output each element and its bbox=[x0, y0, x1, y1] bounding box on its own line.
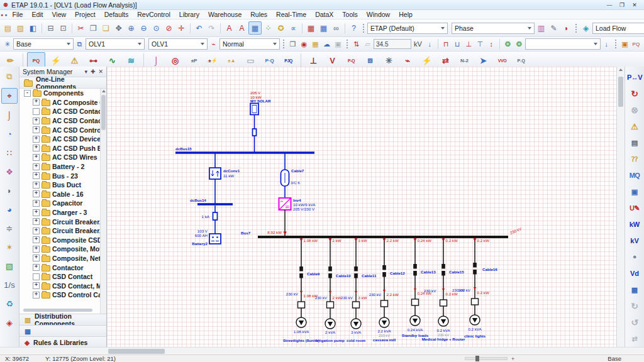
menu-project[interactable]: Project bbox=[70, 11, 100, 18]
tree-item[interactable]: +AC CSD Push But bbox=[19, 144, 106, 153]
grid-toggle-icon[interactable]: ▦ bbox=[248, 21, 262, 35]
help-icon[interactable]: ? bbox=[348, 22, 360, 34]
tree-item[interactable]: +AC CSD Control C bbox=[19, 125, 106, 134]
currency-icon[interactable]: ❂ bbox=[502, 39, 513, 50]
battery-sizing-mode-icon[interactable]: ▭ bbox=[242, 53, 259, 68]
sc-single-phase-mode-icon[interactable]: ±⚡ bbox=[204, 53, 221, 68]
pq-panel-icon[interactable]: ▦ bbox=[627, 283, 642, 297]
load-branch[interactable]: 0.24 kW Cable13 230 kV 0.24 kW 0.24 kVA … bbox=[402, 238, 436, 338]
harmonic-mode-icon[interactable]: ∿ bbox=[104, 53, 121, 68]
cloud-icon[interactable]: ☁ bbox=[321, 39, 332, 50]
pq-capability-mode-icon[interactable]: P-Q bbox=[343, 53, 360, 68]
menu-window[interactable]: Window bbox=[362, 11, 394, 18]
motor-starting-mode-icon[interactable]: ◎ bbox=[167, 53, 184, 68]
inverter-branch[interactable]: Cable7 3/C 6 Inv4 10 kW/9 kVA 205 V/230 … bbox=[279, 153, 316, 237]
tree-item[interactable]: -Components bbox=[19, 89, 106, 98]
study-case-combo[interactable] bbox=[525, 38, 601, 50]
copy-icon[interactable]: ❐ bbox=[87, 22, 99, 34]
pv-fuse[interactable] bbox=[253, 129, 257, 136]
dc-arc-flash-mode-icon[interactable]: ±▲ bbox=[223, 53, 240, 68]
tree-item[interactable]: +Circuit Breaker, LV bbox=[19, 226, 106, 236]
tree-item[interactable]: +Bus - 23 bbox=[19, 171, 106, 180]
time-domain-lf-mode-icon[interactable]: PJQ bbox=[280, 53, 297, 68]
expander-icon[interactable]: + bbox=[33, 255, 40, 261]
oneline-symbols-icon[interactable]: ⌖ bbox=[1, 88, 18, 104]
tree-item[interactable]: CSD Contact bbox=[19, 272, 106, 282]
star-coordination-mode-icon[interactable]: ⌡ bbox=[148, 53, 165, 68]
tree-item[interactable]: +AC CSD Contact, bbox=[19, 116, 106, 126]
redo-icon[interactable]: ↷ bbox=[206, 22, 218, 34]
optimal-lf-mode-icon[interactable]: P·Q bbox=[261, 53, 278, 68]
expander-icon[interactable]: + bbox=[33, 218, 40, 225]
scroll-up-icon[interactable] bbox=[102, 90, 106, 92]
presentation-combo[interactable]: OLV1 bbox=[86, 38, 145, 50]
cable-symbol[interactable] bbox=[473, 263, 477, 268]
tree-item[interactable]: +Circuit Breaker, HV bbox=[19, 217, 106, 226]
tree-item[interactable]: +CSD Contact, Ma bbox=[19, 281, 106, 290]
menu-rules[interactable]: Rules bbox=[246, 11, 272, 18]
gis-map-icon[interactable]: ▧ bbox=[2, 259, 17, 273]
expander-icon[interactable]: + bbox=[33, 154, 40, 161]
contingency-n2-mode-icon[interactable]: N-2 bbox=[456, 53, 473, 68]
ground-grid-mode-icon[interactable]: ⊥ bbox=[305, 53, 322, 68]
datablock-grid-icon[interactable]: ▦ bbox=[310, 39, 321, 50]
edit-annotation2-icon[interactable]: A bbox=[236, 22, 248, 34]
zoom-plus-button[interactable]: + bbox=[511, 355, 515, 362]
minimize-button[interactable]: — bbox=[603, 2, 616, 8]
load-branch[interactable]: 3 kW Cable11 230 kV 3 kW 3 kVA cold room bbox=[341, 238, 377, 343]
cut-icon[interactable]: ✂ bbox=[75, 22, 87, 34]
print-icon[interactable]: ⊟ bbox=[45, 22, 57, 34]
expander-icon[interactable]: + bbox=[33, 163, 40, 170]
pq-scales-icon[interactable]: PQ bbox=[631, 39, 641, 50]
pq-gauge-mode-icon[interactable]: P↓Q bbox=[513, 53, 530, 68]
scrollbar-thumb[interactable] bbox=[108, 349, 165, 354]
cable-symbol[interactable] bbox=[441, 264, 445, 269]
stop-icon[interactable]: ⊗ bbox=[627, 103, 642, 117]
eye-icon[interactable]: ◉ bbox=[299, 39, 309, 50]
vd-display-icon[interactable]: Vd bbox=[627, 266, 642, 280]
short-circuit-mode-icon[interactable]: ⚡ bbox=[47, 53, 64, 68]
pan-icon[interactable]: ✥ bbox=[113, 22, 125, 34]
expander-icon[interactable]: + bbox=[33, 136, 40, 143]
breaker-symbol[interactable] bbox=[381, 300, 388, 307]
dc-converter-branch[interactable]: dcConv1 11 kW dcBus14 1 kA 103 V 600 AH … bbox=[190, 153, 240, 246]
expander-icon[interactable]: + bbox=[33, 190, 40, 197]
schedule-icon[interactable]: ▦ bbox=[305, 22, 317, 34]
tree-item[interactable]: +CSD Control Cabl bbox=[19, 290, 106, 300]
sc-event-mode-icon[interactable]: ⚡ bbox=[418, 53, 435, 68]
lock-icon[interactable]: ✪ bbox=[275, 22, 287, 34]
breaker-symbol[interactable] bbox=[440, 300, 447, 306]
expander-icon[interactable]: - bbox=[24, 90, 31, 97]
phase-combo[interactable]: Phase bbox=[452, 23, 535, 34]
scroll-up-icon[interactable] bbox=[619, 69, 623, 71]
menu-revcontrol[interactable]: RevControl bbox=[133, 11, 175, 18]
kw-display-icon[interactable]: kW bbox=[627, 217, 642, 231]
paste-icon[interactable]: ❏ bbox=[100, 22, 112, 34]
tree-hscrollbar-thumb[interactable] bbox=[23, 309, 92, 312]
ac-bus-7[interactable]: Bus7 8.92 kW 230 kV bbox=[241, 226, 523, 237]
phasor-circle-icon[interactable]: ◔ bbox=[2, 127, 17, 141]
report-manager-icon[interactable]: ▤ bbox=[627, 136, 642, 150]
dropper-icon[interactable]: ✎ bbox=[548, 22, 560, 34]
systems-icon[interactable]: ⧉ bbox=[2, 69, 17, 84]
reliability-mode-icon[interactable]: ⧈ bbox=[362, 53, 379, 68]
menu-warehouse[interactable]: Warehouse bbox=[204, 11, 246, 18]
transient-stability-mode-icon[interactable]: ≋ bbox=[123, 53, 140, 68]
eraser-icon[interactable]: ▱ bbox=[362, 39, 373, 50]
zoom-window-icon[interactable]: ⊙ bbox=[150, 22, 162, 34]
currency2-icon[interactable]: ❂ bbox=[514, 39, 525, 50]
tree-item[interactable]: +AC CSD Wires bbox=[19, 153, 106, 162]
tree-item[interactable]: +Composite, Moto bbox=[19, 244, 106, 254]
expander-icon[interactable] bbox=[33, 273, 40, 280]
menu-library[interactable]: Library bbox=[175, 11, 204, 18]
tree-item[interactable]: +Contactor bbox=[19, 263, 106, 272]
canvas-vscrollbar[interactable] bbox=[616, 67, 625, 348]
size-right-icon[interactable]: ⊤ bbox=[475, 39, 486, 50]
study-mode-combo[interactable]: Load Flow bbox=[592, 23, 644, 34]
section-distribution-components[interactable]: ▥ Distribution Components bbox=[19, 314, 106, 325]
base-star-icon[interactable]: ✳ bbox=[2, 39, 13, 50]
expander-icon[interactable]: + bbox=[33, 246, 40, 253]
cable-symbol[interactable] bbox=[299, 266, 303, 272]
config-combo[interactable]: Normal bbox=[219, 38, 280, 50]
tree-item[interactable]: +Composite, Netw bbox=[19, 254, 106, 263]
